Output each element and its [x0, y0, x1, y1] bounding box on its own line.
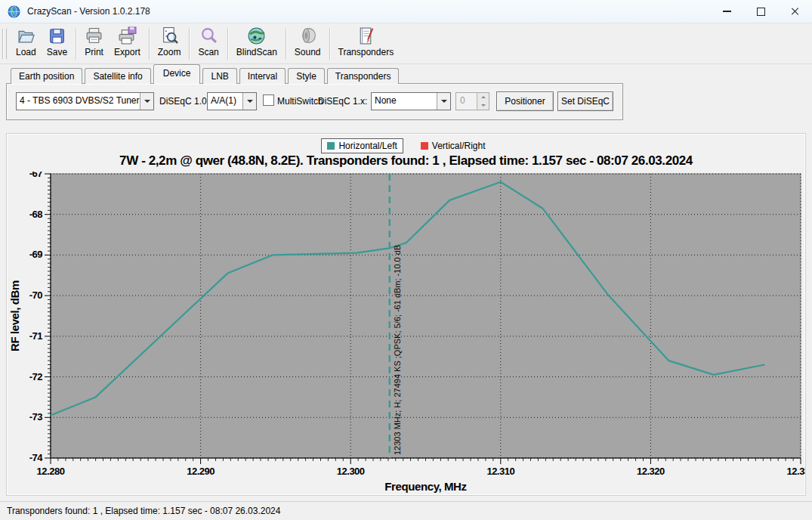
toolbar-separator — [189, 28, 190, 60]
svg-text:-73: -73 — [29, 411, 43, 422]
close-button[interactable] — [778, 0, 812, 23]
tab-satellite-info[interactable]: Satellite info — [85, 68, 150, 84]
diseqc10-select-value: A/A(1) — [208, 93, 242, 110]
diseqc1x-select-dropdown-button[interactable] — [437, 93, 450, 110]
app-globe-icon — [8, 5, 20, 18]
maximize-button[interactable] — [744, 0, 778, 23]
svg-text:12.330: 12.330 — [787, 466, 805, 477]
legend-swatch-icon — [327, 142, 335, 150]
printer-floppy-icon — [118, 26, 137, 45]
toolbar-button-transponders[interactable]: Transponders — [333, 24, 400, 63]
tab-strip: Earth positionSatellite infoDeviceLNBInt… — [11, 67, 401, 84]
tab-device[interactable]: Device — [153, 64, 201, 84]
diseqc10-label: DiSEqC 1.0: — [159, 96, 209, 107]
speaker-icon — [298, 26, 317, 45]
legend-item-vertical-right[interactable]: Vertical/Right — [415, 138, 491, 153]
chart-title: 7W - 2,2m @ qwer (48.8N, 8.2E). Transpon… — [7, 153, 805, 169]
crazyscan-window: CrazyScan - Version 1.0.2.178 LoadSavePr… — [0, 0, 812, 520]
svg-text:12.320: 12.320 — [637, 466, 665, 477]
tuner-select-dropdown-button[interactable] — [140, 93, 153, 110]
tab-lnb[interactable]: LNB — [202, 68, 236, 84]
toolbar-button-blindscan[interactable]: BlindScan — [231, 24, 283, 63]
transponder-annotation: 12303 MHz; H; 27494 KS ;QPSK; 5/6; -61 d… — [393, 245, 402, 455]
toolbar-button-label: Load — [16, 47, 36, 57]
set-diseqc-button[interactable]: Set DiSEqC — [557, 91, 613, 111]
diseqc1x-select-value: None — [372, 93, 437, 110]
tab-style[interactable]: Style — [288, 68, 325, 84]
plot-area[interactable] — [51, 174, 801, 458]
device-tab-panel: 4 - TBS 6903 DVBS/S2 Tuner 0 DiSEqC 1.0:… — [6, 83, 623, 120]
svg-text:12.290: 12.290 — [187, 466, 215, 477]
toolbar-button-sound[interactable]: Sound — [289, 24, 326, 63]
diseqc10-select-dropdown-button[interactable] — [242, 93, 256, 110]
toolbar-button-scan[interactable]: Scan — [193, 24, 224, 63]
tab-earth-position[interactable]: Earth position — [11, 68, 82, 84]
chevron-down-icon — [441, 100, 447, 103]
diseqc1x-label: DiSEqC 1.x: — [318, 96, 367, 107]
tab-interval[interactable]: Interval — [239, 68, 286, 84]
toolbar-separator — [76, 28, 76, 60]
spinner-up-button[interactable] — [477, 93, 489, 101]
rf-spectrum-chart: Horizontal/LeftVertical/Right 7W - 2,2m … — [6, 133, 806, 496]
legend-label: Horizontal/Left — [338, 141, 397, 151]
toolbar-button-label: BlindScan — [236, 47, 277, 57]
minimize-button[interactable] — [710, 0, 744, 23]
positioner-button[interactable]: Positioner — [496, 91, 554, 111]
svg-text:12.300: 12.300 — [337, 466, 365, 477]
svg-text:12.280: 12.280 — [37, 466, 65, 477]
printer-icon — [85, 26, 103, 45]
tab-transponders[interactable]: Transponders — [327, 68, 400, 84]
chevron-up-icon — [481, 96, 486, 98]
window-titlebar: CrazyScan - Version 1.0.2.178 — [0, 0, 812, 23]
svg-text:-74: -74 — [29, 452, 44, 463]
toolbar-button-print[interactable]: Print — [79, 24, 109, 63]
toolbar-button-label: Zoom — [158, 47, 181, 57]
document-magnifier-icon — [160, 26, 179, 45]
svg-text:-69: -69 — [29, 249, 43, 260]
diseqc1x-select[interactable]: None — [371, 92, 451, 110]
toolbar-button-save[interactable]: Save — [42, 24, 73, 63]
chart-legend: Horizontal/LeftVertical/Right — [7, 138, 805, 153]
toolbar: LoadSavePrintExportZoomScanBlindScanSoun… — [0, 23, 812, 64]
floppy-disk-icon — [48, 26, 66, 45]
spinner-down-button[interactable] — [477, 101, 489, 110]
y-axis-title: RF level, dBm — [8, 280, 21, 351]
x-axis-title: Frequency, MHz — [384, 480, 466, 493]
toolbar-grip[interactable] — [2, 29, 7, 59]
svg-text:-68: -68 — [29, 209, 43, 220]
chevron-down-icon — [481, 104, 486, 107]
svg-text:-71: -71 — [29, 330, 43, 342]
toolbar-button-load[interactable]: Load — [11, 24, 42, 63]
toolbar-button-label: Sound — [295, 47, 321, 57]
multiswitch-checkbox[interactable] — [263, 94, 274, 106]
minimize-icon — [723, 11, 731, 12]
toolbar-button-label: Save — [47, 47, 67, 57]
toolbar-separator — [286, 28, 286, 60]
toolbar-button-export[interactable]: Export — [109, 24, 146, 63]
tuner-select-value: 4 - TBS 6903 DVBS/S2 Tuner 0 — [17, 93, 140, 110]
status-text: Transponders found: 1 , Elapsed time: 1.… — [7, 506, 280, 516]
svg-text:-70: -70 — [29, 289, 43, 301]
tuner-select[interactable]: 4 - TBS 6903 DVBS/S2 Tuner 0 — [16, 92, 154, 110]
legend-item-horizontal-left[interactable]: Horizontal/Left — [321, 138, 403, 153]
toolbar-button-zoom[interactable]: Zoom — [153, 24, 187, 63]
diseqc-position-spinner[interactable]: 0 — [455, 92, 489, 110]
legend-label: Vertical/Right — [432, 141, 486, 151]
diseqc10-select[interactable]: A/A(1) — [207, 92, 257, 110]
toolbar-separator — [329, 28, 330, 60]
svg-text:12.310: 12.310 — [486, 466, 514, 477]
window-title: CrazyScan - Version 1.0.2.178 — [27, 6, 150, 17]
toolbar-separator — [227, 28, 228, 60]
chart-plot-container: 12.28012.29012.30012.31012.32012.330-67-… — [7, 172, 805, 494]
globe-scan-icon — [247, 26, 266, 45]
toolbar-button-label: Scan — [198, 47, 218, 57]
folder-open-icon — [17, 26, 36, 45]
diseqc-position-value: 0 — [456, 93, 477, 110]
legend-swatch-icon — [421, 142, 428, 150]
chevron-down-icon — [247, 100, 253, 103]
multiswitch-label: MultiSwitch — [277, 96, 323, 107]
toolbar-separator — [149, 28, 150, 60]
status-bar: Transponders found: 1 , Elapsed time: 1.… — [0, 501, 812, 520]
notepad-pencil-icon — [357, 26, 375, 45]
svg-text:-72: -72 — [29, 371, 43, 382]
